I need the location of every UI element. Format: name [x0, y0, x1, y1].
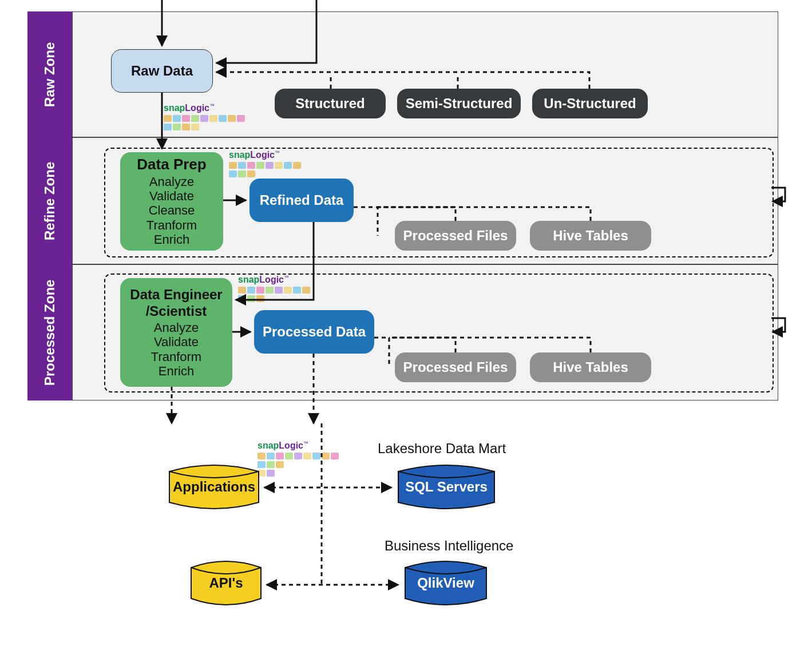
structured-node: Structured [275, 89, 386, 118]
data-prep-enrich: Enrich [154, 232, 189, 247]
zone-label-refine-text: Refine Zone [42, 161, 58, 240]
data-engineer-enrich: Enrich [159, 364, 194, 378]
zone-label-refine: Refine Zone [27, 137, 72, 264]
snaplogic-snap-4: snap [258, 441, 279, 450]
data-prep-transform: Tranform [146, 218, 197, 232]
qlikview-cylinder: QlikView [403, 558, 489, 608]
refine-processed-files-node: Processed Files [395, 221, 516, 251]
qlikview-label: QlikView [417, 575, 474, 591]
processed-hive-tables-label: Hive Tables [553, 359, 628, 375]
data-prep-analyze: Analyze [149, 175, 194, 189]
zone-label-processed: Processed Zone [27, 264, 72, 401]
snaplogic-snap-3: snap [238, 275, 259, 284]
processed-data-label: Processed Data [263, 324, 366, 340]
sql-servers-label: SQL Servers [405, 479, 488, 495]
snaplogic-badge-raw: snapLogic™ [164, 103, 255, 130]
data-prep-title: Data Prep [137, 156, 206, 173]
data-engineer-validate: Validate [154, 335, 199, 349]
apis-label: API's [209, 575, 243, 591]
snaplogic-icon [258, 453, 349, 477]
zone-label-raw-text: Raw Zone [42, 42, 58, 106]
processed-files-node: Processed Files [395, 352, 516, 382]
refine-processed-files-label: Processed Files [403, 228, 508, 244]
snaplogic-snap-1: snap [164, 103, 185, 113]
semi-structured-label: Semi-Structured [406, 96, 513, 112]
refined-data-label: Refined Data [260, 192, 344, 208]
applications-cylinder: Applications [167, 462, 261, 512]
zone-label-raw: Raw Zone [27, 11, 72, 137]
bi-title: Business Intelligence [385, 538, 513, 554]
snaplogic-badge-refine: snapLogic™ [229, 150, 320, 177]
semi-structured-node: Semi-Structured [397, 89, 521, 118]
structured-label: Structured [295, 96, 365, 112]
diagram-canvas: Raw Zone Refine Zone Processed Zone Raw … [0, 0, 812, 658]
data-engineer-transform: Tranform [151, 350, 201, 364]
data-prep-cleanse: Cleanse [149, 203, 195, 217]
applications-label: Applications [173, 479, 255, 495]
data-engineer-title2: /Scientist [146, 303, 207, 319]
data-prep-validate: Validate [149, 189, 194, 203]
refine-hive-tables-node: Hive Tables [530, 221, 651, 251]
apis-cylinder: API's [189, 558, 263, 608]
snaplogic-icon [238, 287, 330, 302]
data-prep-node: Data Prep Analyze Validate Cleanse Tranf… [120, 152, 223, 251]
processed-hive-tables-node: Hive Tables [530, 352, 651, 382]
refine-hive-tables-label: Hive Tables [553, 228, 628, 244]
refined-data-node: Refined Data [249, 179, 354, 222]
processed-data-node: Processed Data [254, 310, 374, 354]
raw-data-node: Raw Data [111, 49, 213, 93]
data-engineer-analyze: Analyze [154, 320, 199, 335]
snaplogic-icon [164, 115, 255, 130]
snaplogic-icon [229, 162, 320, 177]
sql-servers-cylinder: SQL Servers [396, 462, 497, 512]
snaplogic-logic-2: Logic [250, 150, 275, 160]
snaplogic-badge-consumers: snapLogic™ [258, 441, 349, 477]
snaplogic-logic-3: Logic [259, 275, 284, 284]
lakeshore-title: Lakeshore Data Mart [378, 441, 506, 457]
snaplogic-snap-2: snap [229, 150, 250, 160]
un-structured-label: Un-Structured [544, 96, 636, 112]
snaplogic-logic-1: Logic [185, 103, 209, 113]
raw-data-label: Raw Data [131, 63, 193, 79]
un-structured-node: Un-Structured [532, 89, 648, 118]
zone-label-processed-text: Processed Zone [42, 279, 58, 385]
processed-files-label: Processed Files [403, 359, 508, 375]
data-engineer-node: Data Engineer /Scientist Analyze Validat… [120, 278, 232, 387]
snaplogic-badge-processed: snapLogic™ [238, 275, 330, 302]
snaplogic-logic-4: Logic [279, 441, 303, 450]
data-engineer-title1: Data Engineer [130, 287, 222, 303]
